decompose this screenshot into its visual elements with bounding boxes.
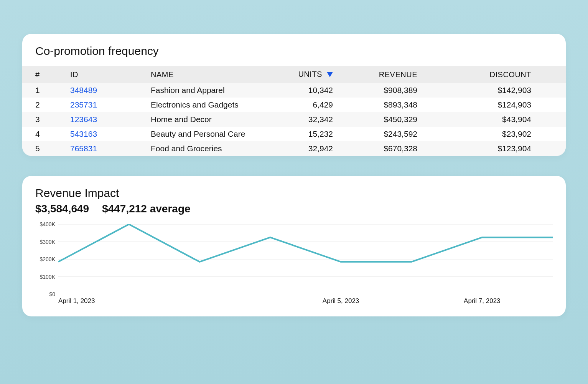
cell-id[interactable]: 765831 xyxy=(70,141,151,156)
cell-revenue: $908,389 xyxy=(348,83,433,98)
col-header-units-label: UNITS xyxy=(298,70,322,78)
col-header-index[interactable]: # xyxy=(22,66,70,83)
chart-ytick: $100K xyxy=(40,274,55,280)
cell-revenue: $450,329 xyxy=(348,112,433,127)
sort-desc-icon xyxy=(327,70,333,79)
table-header-row: # ID NAME UNITS REVENUE DISCOUNT xyxy=(22,66,566,83)
cell-discount: $124,903 xyxy=(433,98,566,112)
cell-name: Electronics and Gadgets xyxy=(151,98,273,112)
chart-xtick: April 1, 2023 xyxy=(58,297,95,305)
copromo-table: # ID NAME UNITS REVENUE DISCOUNT 1348489… xyxy=(22,66,566,156)
cell-id[interactable]: 348489 xyxy=(70,83,151,98)
chart-y-axis-labels: $0$100K$200K$300K$400K xyxy=(35,224,58,294)
col-header-units[interactable]: UNITS xyxy=(273,66,348,83)
chart-xtick: April 7, 2023 xyxy=(464,297,500,305)
cell-revenue: $893,348 xyxy=(348,98,433,112)
col-header-discount[interactable]: DISCOUNT xyxy=(433,66,566,83)
table-row: 4543163Beauty and Personal Care15,232$24… xyxy=(22,127,566,141)
cell-units: 6,429 xyxy=(273,98,348,112)
cell-index: 5 xyxy=(22,141,70,156)
cell-discount: $123,904 xyxy=(433,141,566,156)
chart-canvas xyxy=(58,224,553,294)
cell-units: 10,342 xyxy=(273,83,348,98)
cell-name: Food and Groceries xyxy=(151,141,273,156)
cell-discount: $43,904 xyxy=(433,112,566,127)
chart-xtick: April 5, 2023 xyxy=(323,297,359,305)
chart-ytick: $200K xyxy=(40,256,55,262)
copromo-card: Co-promotion frequency # ID NAME UNITS R… xyxy=(22,34,566,156)
revenue-total: $3,584,649 xyxy=(35,203,89,215)
col-header-name[interactable]: NAME xyxy=(151,66,273,83)
cell-index: 1 xyxy=(22,83,70,98)
cell-index: 3 xyxy=(22,112,70,127)
table-row: 2235731Electronics and Gadgets6,429$893,… xyxy=(22,98,566,112)
cell-name: Beauty and Personal Care xyxy=(151,127,273,141)
chart-ytick: $0 xyxy=(49,291,55,297)
col-header-id[interactable]: ID xyxy=(70,66,151,83)
revenue-impact-card: Revenue Impact $3,584,649 $447,212 avera… xyxy=(22,176,566,316)
table-row: 5765831Food and Groceries32,942$670,328$… xyxy=(22,141,566,156)
cell-id[interactable]: 235731 xyxy=(70,98,151,112)
cell-units: 15,232 xyxy=(273,127,348,141)
revenue-chart: $0$100K$200K$300K$400K April 1, 2023Apri… xyxy=(35,224,553,309)
cell-index: 4 xyxy=(22,127,70,141)
cell-index: 2 xyxy=(22,98,70,112)
cell-units: 32,342 xyxy=(273,112,348,127)
cell-discount: $23,902 xyxy=(433,127,566,141)
cell-id[interactable]: 123643 xyxy=(70,112,151,127)
revenue-impact-stats: $3,584,649 $447,212 average xyxy=(35,203,553,215)
table-row: 1348489Fashion and Apparel10,342$908,389… xyxy=(22,83,566,98)
chart-ytick: $300K xyxy=(40,239,55,245)
cell-revenue: $670,328 xyxy=(348,141,433,156)
cell-name: Fashion and Apparel xyxy=(151,83,273,98)
chart-ytick: $400K xyxy=(40,221,55,227)
cell-name: Home and Decor xyxy=(151,112,273,127)
table-row: 3123643Home and Decor32,342$450,329$43,9… xyxy=(22,112,566,127)
cell-discount: $142,903 xyxy=(433,83,566,98)
revenue-impact-title: Revenue Impact xyxy=(35,187,553,200)
cell-id[interactable]: 543163 xyxy=(70,127,151,141)
col-header-revenue[interactable]: REVENUE xyxy=(348,66,433,83)
revenue-average: $447,212 average xyxy=(102,203,190,215)
copromo-title: Co-promotion frequency xyxy=(22,34,566,66)
chart-x-axis-labels: April 1, 2023April 5, 2023April 7, 2023 xyxy=(58,297,553,309)
svg-marker-0 xyxy=(327,72,333,77)
cell-revenue: $243,592 xyxy=(348,127,433,141)
cell-units: 32,942 xyxy=(273,141,348,156)
